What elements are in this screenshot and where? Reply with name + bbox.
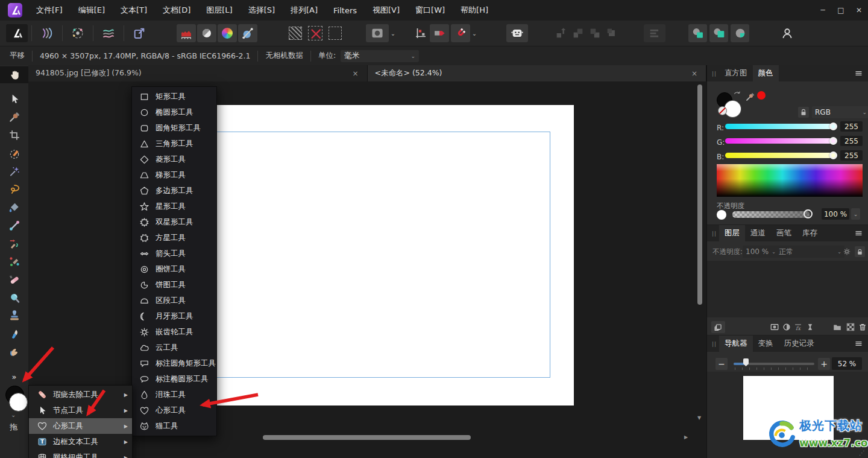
selection-brush-tool-button[interactable] [0, 144, 28, 162]
panel-menu-button[interactable] [854, 336, 865, 352]
tab-navigator[interactable]: 导航器 [719, 336, 753, 352]
green-slider-track[interactable] [725, 138, 836, 144]
gradient-tool-button[interactable] [0, 217, 28, 235]
reselect-button[interactable] [329, 24, 342, 42]
menu-edit[interactable]: 编辑[E] [71, 0, 113, 21]
vertical-scrollbar[interactable] [697, 84, 702, 305]
menu-item-callout-rectangle-tool[interactable]: 标注圆角矩形工具 [132, 355, 216, 371]
tone-mapping-persona-button[interactable] [98, 24, 119, 42]
panel-grip[interactable]: || [709, 225, 719, 241]
menu-item-tear-tool[interactable]: 泪珠工具 [132, 387, 216, 402]
flyout-item-node-tool[interactable]: 节点工具▶ [29, 402, 132, 418]
primary-color-swatch[interactable] [9, 393, 28, 412]
delete-layer-trash-icon[interactable] [858, 322, 867, 332]
lasso-tool-button[interactable] [0, 180, 28, 199]
maximize-button[interactable]: □ [832, 0, 850, 21]
selection-marquee-button[interactable] [289, 24, 302, 42]
photo-persona-button[interactable] [6, 24, 28, 42]
red-slider-track[interactable] [725, 124, 836, 129]
mask-chevron-icon[interactable]: ⌄ [389, 29, 397, 37]
menu-view[interactable]: 视图[V] [365, 0, 407, 21]
snapping-magnet-button[interactable] [451, 24, 470, 42]
lock-button[interactable] [798, 107, 809, 118]
menu-text[interactable]: 文本[T] [113, 0, 155, 21]
picked-color-swatch[interactable] [757, 91, 766, 100]
opacity-chevron-icon[interactable]: ⌄ [851, 208, 860, 220]
color-spectrum[interactable] [717, 164, 863, 197]
menu-item-ellipse-tool[interactable]: 椭圆形工具 [132, 104, 216, 120]
tab-transform[interactable]: 变换 [753, 336, 779, 352]
erase-brush-tool-button[interactable] [0, 271, 28, 289]
menu-document[interactable]: 文档[D] [155, 0, 198, 21]
snapping-chevron-icon[interactable]: ⌄ [470, 29, 479, 37]
swap-colors-icon[interactable]: ⌄ [11, 412, 16, 418]
menu-help[interactable]: 帮助[H] [453, 0, 496, 21]
navigator-preview-area[interactable] [707, 372, 868, 458]
menu-item-double-star-tool[interactable]: 双星形工具 [132, 214, 216, 230]
lock-layer-button[interactable] [855, 246, 865, 257]
menu-item-callout-ellipse-tool[interactable]: 标注椭圆形工具 [132, 371, 216, 387]
scroll-down-icon[interactable]: ▼ [697, 415, 701, 421]
develop-persona-button[interactable] [67, 24, 89, 42]
swap-colors-icon[interactable] [732, 90, 742, 100]
menu-item-trapezoid-tool[interactable]: 梯形工具 [132, 167, 216, 183]
no-color-swatch[interactable] [718, 106, 727, 115]
new-pixel-layer-icon[interactable] [846, 322, 855, 332]
auto-contrast-button[interactable] [197, 24, 216, 42]
new-adjustment-layer-icon[interactable] [782, 322, 791, 332]
layer-thumbnail-size-button[interactable] [711, 321, 725, 333]
blur-tool-button[interactable] [0, 289, 28, 307]
color-picker-icon[interactable] [745, 91, 756, 102]
panel-grip[interactable]: || [709, 65, 719, 81]
geometry-subtract-button[interactable] [709, 24, 728, 42]
geometry-divide-button[interactable] [731, 24, 749, 42]
geometry-add-button[interactable] [688, 24, 707, 42]
menu-item-cog-tool[interactable]: 嵌齿轮工具 [132, 324, 216, 340]
menu-item-rounded-rectangle-tool[interactable]: 圆角矩形工具 [132, 120, 216, 136]
smudge-tool-button[interactable] [0, 343, 28, 361]
menu-item-heart-tool[interactable]: 心形工具 [132, 402, 216, 418]
auto-levels-button[interactable] [177, 24, 196, 42]
warp-tool-button[interactable] [0, 235, 28, 253]
menu-item-triangle-tool[interactable]: 三角形工具 [132, 136, 216, 151]
opacity-slider-knob[interactable] [804, 209, 813, 218]
move-tool-button[interactable] [0, 90, 28, 108]
flyout-item-frame-text-tool[interactable]: T边框文本工具▶ [29, 434, 132, 450]
clone-stamp-tool-button[interactable] [0, 307, 28, 325]
flyout-item-heart-tool[interactable]: 心形工具▶ [29, 418, 132, 434]
menu-window[interactable]: 窗口[W] [407, 0, 453, 21]
menu-item-segment-tool[interactable]: 区段工具 [132, 293, 216, 308]
flood-select-tool-button[interactable] [0, 162, 28, 180]
opacity-slider-track[interactable] [732, 211, 810, 218]
navigator-thumbnail[interactable] [743, 376, 834, 440]
auto-white-balance-button[interactable] [238, 24, 257, 42]
layers-list-empty[interactable] [707, 261, 868, 317]
horizontal-scrollbar[interactable] [263, 435, 471, 440]
snapping-options-button[interactable] [430, 24, 449, 42]
gear-icon[interactable] [842, 247, 852, 256]
flood-fill-tool-button[interactable] [0, 199, 28, 217]
zoom-slider-handle[interactable] [743, 358, 749, 366]
tab-layers[interactable]: 图层 [719, 225, 745, 241]
menu-item-star-tool[interactable]: 星形工具 [132, 199, 216, 214]
new-live-filter-icon[interactable]: fx [793, 322, 803, 332]
auto-colors-button[interactable] [218, 24, 237, 42]
menu-item-pie-tool[interactable]: 饼图工具 [132, 277, 216, 293]
color-mode-select[interactable]: RGB ⌄ [812, 106, 868, 118]
color-replacement-brush-tool-button[interactable] [0, 253, 28, 271]
menu-item-crescent-tool[interactable]: 月牙形工具 [132, 308, 216, 324]
panel-resize-grip[interactable]: ⋰ [859, 450, 866, 456]
deselect-button[interactable] [308, 24, 322, 42]
units-select[interactable]: 毫米 ⌄ [341, 50, 419, 62]
menu-item-arrow-tool[interactable]: 箭头工具 [132, 246, 216, 261]
zoom-out-button[interactable]: − [715, 358, 728, 370]
menu-layer[interactable]: 图层[L] [198, 0, 240, 21]
close-tab-icon[interactable]: × [351, 69, 359, 78]
blue-value[interactable]: 255 [840, 150, 863, 161]
menu-item-donut-tool[interactable]: 圈饼工具 [132, 261, 216, 277]
menu-select[interactable]: 选择[S] [241, 0, 283, 21]
opacity-swatch[interactable] [717, 210, 726, 220]
new-mask-layer-icon[interactable] [770, 322, 779, 332]
blue-slider-track[interactable] [725, 153, 836, 158]
new-group-folder-icon[interactable] [832, 322, 842, 332]
